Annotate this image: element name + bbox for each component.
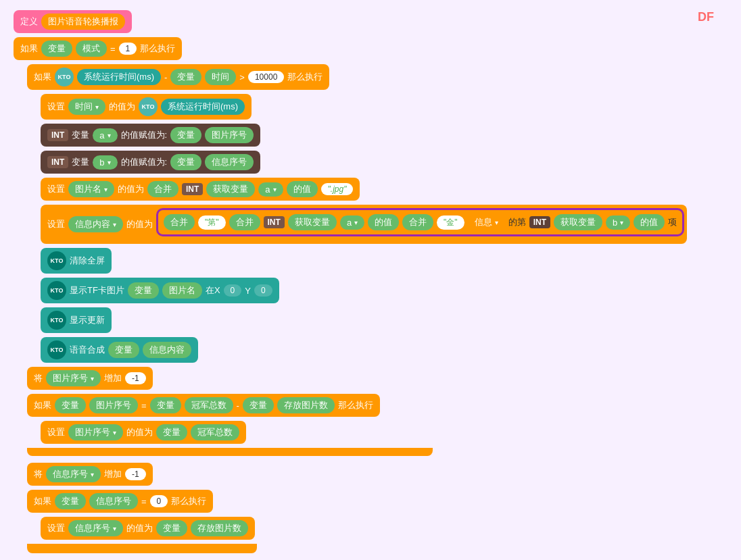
inc-pic-jiang: 将	[34, 372, 43, 384]
tts-varname: 信息内容	[143, 342, 191, 358]
spnum-var2: 变量	[156, 424, 187, 440]
tts-var: 变量	[108, 342, 139, 358]
if4-block[interactable]: 如果 变量 信息序号 = 0 那么执行	[27, 490, 213, 513]
spn-getvar: 获取变量	[206, 181, 255, 197]
si-val2: 的值	[634, 214, 665, 230]
int-b-var2: 变量	[170, 154, 201, 170]
set-time-var[interactable]: 时间	[68, 99, 105, 115]
show-update-label: 显示更新	[70, 314, 105, 326]
spn-var[interactable]: 图片名	[68, 181, 114, 197]
if2-row: 如果 KTO 系统运行时间(ms) - 变量 时间 > 10000 那么执行	[27, 64, 727, 90]
if1-then: 那么执行	[140, 43, 175, 55]
kto-icon-6: KTO	[47, 340, 66, 359]
spn-vara[interactable]: a	[258, 182, 283, 197]
inc-pic-inc: 增加	[104, 372, 122, 384]
if4-varname: 信息序号	[89, 493, 138, 509]
if2-minus: -	[164, 72, 167, 82]
if2-block[interactable]: 如果 KTO 系统运行时间(ms) - 变量 时间 > 10000 那么执行	[27, 64, 329, 90]
si-getvar: 获取变量	[288, 214, 337, 230]
si-concat3: 合并	[402, 214, 433, 230]
set-info-row: 设置 信息内容 的值为 合并 "第" 合并 INT 获取变量 a 的值 合并 "…	[41, 205, 727, 244]
if2-gt: >	[239, 72, 245, 82]
set-time-systime: 系统运行时间(ms)	[161, 99, 245, 115]
si-var[interactable]: 信息内容	[68, 216, 123, 232]
int-a-assign: 的值赋值为:	[121, 129, 168, 141]
if1-block[interactable]: 如果 变量 模式 = 1 那么执行	[14, 37, 182, 60]
spn-set: 设置	[47, 183, 65, 195]
si-set: 设置	[47, 218, 65, 230]
if3-block[interactable]: 如果 变量 图片序号 = 变量 冠军总数 - 变量 存放图片数 那么执行	[27, 394, 380, 417]
int-b-var2name: 信息序号	[205, 154, 254, 170]
set-picnum-block[interactable]: 设置 图片序号 的值为 变量 冠军总数	[41, 421, 246, 444]
inc-info-block[interactable]: 将 信息序号 增加 -1	[27, 463, 153, 486]
set-info-block[interactable]: 设置 信息内容 的值为 合并 "第" 合并 INT 获取变量 a 的值 合并 "…	[41, 205, 687, 244]
define-block-row: 定义 图片语音轮换播报	[14, 10, 727, 33]
if3-minus: -	[237, 401, 239, 411]
set-time-set: 设置	[47, 101, 65, 113]
set-time-row: 设置 时间 的值为 KTO 系统运行时间(ms)	[41, 94, 727, 120]
si-str1: "第"	[198, 215, 226, 230]
if1-mode: 模式	[76, 41, 107, 57]
inc-info-var[interactable]: 信息序号	[46, 466, 101, 482]
int-b-block[interactable]: INT 变量 b 的值赋值为: 变量 信息序号	[41, 151, 260, 174]
sin-var[interactable]: 信息序号	[68, 520, 123, 536]
si-int: INT	[264, 216, 285, 228]
inc-pic-block[interactable]: 将 图片序号 增加 -1	[27, 367, 153, 390]
int-b-varname[interactable]: b	[93, 155, 117, 170]
si-str2: "金"	[437, 215, 464, 230]
tts-block[interactable]: KTO 语音合成 变量 信息内容	[41, 337, 198, 363]
int-a-block[interactable]: INT 变量 a 的值赋值为: 变量 图片序号	[41, 124, 260, 147]
inc-pic-val[interactable]: -1	[125, 372, 146, 384]
if1-val[interactable]: 1	[119, 43, 137, 55]
int-a-var2name: 图片序号	[205, 127, 254, 143]
if4-eq: =	[141, 497, 147, 507]
int-b-int: INT	[47, 156, 68, 168]
if2-time: 时间	[205, 69, 236, 85]
si-infovar[interactable]: 信息	[468, 214, 505, 230]
if2-val[interactable]: 10000	[248, 71, 284, 83]
si-item: 项	[668, 216, 677, 228]
si-concat2: 合并	[229, 214, 260, 230]
si-varb[interactable]: b	[606, 215, 630, 230]
spnum-var[interactable]: 图片序号	[68, 424, 123, 440]
int-b-assign: 的值赋值为:	[121, 156, 168, 168]
spnum-val-label: 的值为	[126, 426, 153, 438]
spn-val: 的值	[287, 181, 318, 197]
inc-info-row: 将 信息序号 增加 -1	[27, 463, 727, 486]
if3-if: 如果	[34, 399, 51, 411]
si-vara[interactable]: a	[340, 215, 364, 230]
show-tf-block[interactable]: KTO 显示TF卡图片 变量 图片名 在X 0 Y 0	[41, 278, 279, 303]
inc-pic-var[interactable]: 图片序号	[46, 370, 101, 386]
spn-int: INT	[182, 183, 203, 195]
set-picnum-row: 设置 图片序号 的值为 变量 冠军总数	[41, 421, 727, 444]
show-update-row: KTO 显示更新	[41, 307, 727, 333]
df-label: DF	[698, 10, 714, 24]
sin-var2name: 存放图片数	[191, 520, 248, 536]
int-a-varname[interactable]: a	[93, 128, 117, 143]
if2-systime: 系统运行时间(ms)	[77, 69, 161, 85]
inc-pic-row: 将 图片序号 增加 -1	[27, 367, 727, 390]
si-concat1: 合并	[164, 214, 195, 230]
if4-val[interactable]: 0	[150, 495, 168, 507]
set-infonum-block[interactable]: 设置 信息序号 的值为 变量 存放图片数	[41, 517, 255, 540]
show-tf-xval[interactable]: 0	[224, 284, 242, 297]
spn-val-label: 的值为	[118, 183, 144, 195]
inc-info-val[interactable]: -1	[125, 468, 146, 480]
main-bottom	[27, 544, 257, 553]
show-tf-yval[interactable]: 0	[254, 284, 272, 297]
show-tf-aty: Y	[245, 286, 251, 296]
spn-concat: 合并	[147, 181, 178, 197]
set-time-block[interactable]: 设置 时间 的值为 KTO 系统运行时间(ms)	[41, 94, 252, 120]
clear-block[interactable]: KTO 清除全屏	[41, 248, 112, 274]
set-picname-block[interactable]: 设置 图片名 的值为 合并 INT 获取变量 a 的值 ".jpg"	[41, 178, 360, 201]
if3-n1: 冠军总数	[185, 397, 233, 413]
si-val: 的值	[368, 214, 399, 230]
set-time-val-label: 的值为	[109, 101, 135, 113]
si-int2: INT	[529, 216, 550, 228]
define-block[interactable]: 定义 图片语音轮换播报	[14, 10, 132, 33]
show-update-block[interactable]: KTO 显示更新	[41, 307, 112, 333]
show-tf-var: 变量	[128, 282, 159, 299]
if3-var: 变量	[55, 397, 86, 413]
kto-icon-4: KTO	[47, 281, 66, 300]
int-a-int: INT	[47, 129, 68, 141]
